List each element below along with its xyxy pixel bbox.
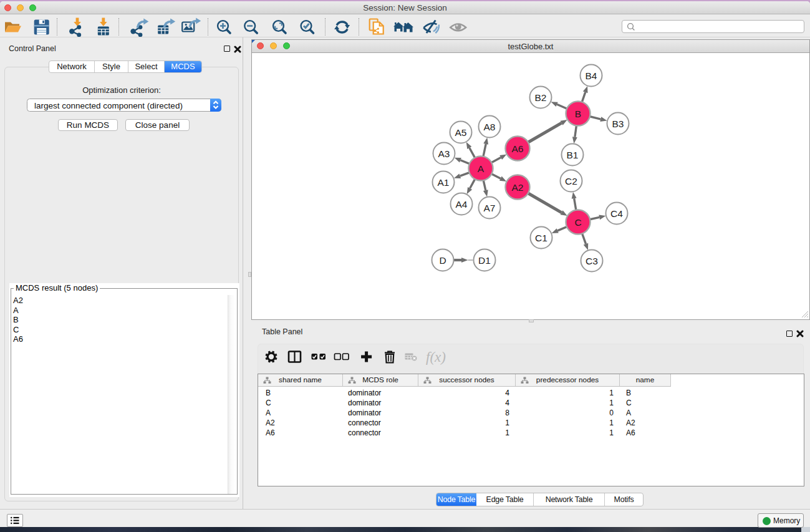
svg-text:D1: D1	[478, 255, 491, 266]
svg-text:A5: A5	[455, 127, 467, 138]
svg-text:A1: A1	[438, 177, 450, 188]
svg-text:A8: A8	[484, 122, 496, 132]
svg-text:A7: A7	[484, 203, 496, 213]
svg-text:B1: B1	[567, 150, 579, 160]
svg-text:D: D	[439, 255, 446, 266]
svg-text:B4: B4	[586, 70, 597, 81]
svg-text:A6: A6	[512, 143, 524, 154]
svg-text:C: C	[574, 217, 581, 228]
svg-text:C1: C1	[535, 233, 547, 243]
svg-text:B3: B3	[612, 118, 624, 129]
svg-text:f(x): f(x)	[426, 349, 446, 365]
svg-text:C2: C2	[565, 176, 577, 186]
svg-text:A4: A4	[456, 199, 468, 210]
svg-text:C3: C3	[586, 256, 598, 266]
svg-text:A3: A3	[438, 148, 450, 159]
svg-text:B: B	[575, 109, 581, 119]
svg-text:A: A	[478, 163, 485, 174]
svg-text:B2: B2	[535, 92, 547, 103]
svg-text:A2: A2	[512, 182, 524, 193]
svg-text:C4: C4	[610, 208, 623, 219]
